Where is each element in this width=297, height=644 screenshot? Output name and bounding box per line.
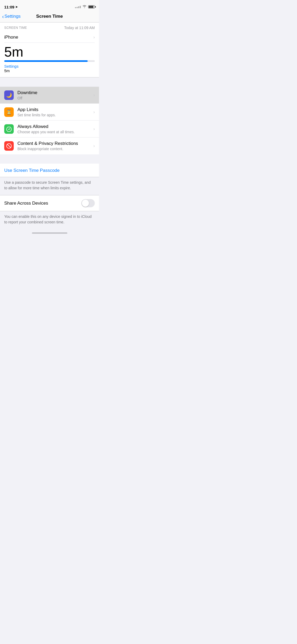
device-name: iPhone bbox=[4, 35, 18, 40]
passcode-section: Use Screen Time Passcode bbox=[0, 164, 99, 177]
home-bar bbox=[32, 232, 67, 234]
content-privacy-text: Content & Privacy Restrictions Block ina… bbox=[17, 141, 93, 151]
toggle-knob bbox=[82, 200, 89, 207]
always-allowed-text: Always Allowed Choose apps you want at a… bbox=[17, 124, 93, 134]
share-label: Share Across Devices bbox=[4, 201, 48, 206]
svg-line-1 bbox=[7, 144, 11, 148]
app-limits-chevron-icon: › bbox=[93, 110, 95, 114]
moon-icon: 🌙 bbox=[6, 92, 12, 98]
usage-bar-fill bbox=[4, 60, 88, 62]
passcode-link[interactable]: Use Screen Time Passcode bbox=[4, 164, 95, 177]
usage-category[interactable]: Settings bbox=[4, 64, 95, 68]
always-allowed-title: Always Allowed bbox=[17, 124, 93, 129]
downtime-chevron-icon: › bbox=[93, 93, 95, 98]
downtime-item[interactable]: 🌙 Downtime Off › bbox=[0, 87, 99, 104]
app-limits-title: App Limits bbox=[17, 107, 93, 112]
passcode-info-text: Use a passcode to secure Screen Time set… bbox=[4, 180, 95, 191]
today-label: Today at 11:09 AM bbox=[64, 26, 95, 30]
content-privacy-subtitle: Block inappropriate content. bbox=[17, 147, 93, 151]
page-title: Screen Time bbox=[36, 14, 63, 19]
passcode-info: Use a passcode to secure Screen Time set… bbox=[0, 177, 99, 195]
status-bar: 11:09 ➤ bbox=[0, 0, 99, 12]
downtime-icon: 🌙 bbox=[4, 90, 14, 100]
wifi-icon bbox=[82, 4, 87, 9]
battery-icon bbox=[88, 5, 95, 8]
share-info-text: You can enable this on any device signed… bbox=[4, 214, 95, 225]
home-indicator bbox=[0, 230, 99, 235]
always-allowed-subtitle: Choose apps you want at all times. bbox=[17, 130, 93, 134]
block-icon bbox=[6, 143, 12, 149]
back-button[interactable]: ‹ Settings bbox=[2, 14, 21, 19]
nav-header: ‹ Settings Screen Time bbox=[0, 12, 99, 22]
section-label: SCREEN TIME bbox=[4, 26, 27, 30]
usage-amount: 5m bbox=[4, 45, 95, 59]
app-limits-text: App Limits Set time limits for apps. bbox=[17, 107, 93, 117]
share-row: Share Across Devices bbox=[0, 195, 99, 211]
status-time: 11:09 ➤ bbox=[4, 5, 18, 9]
bottom-info: You can enable this on any device signed… bbox=[0, 211, 99, 230]
usage-duration: 5m bbox=[4, 68, 95, 73]
chevron-right-icon: › bbox=[93, 35, 95, 40]
checkmark-badge-icon bbox=[6, 126, 12, 132]
spacer-2 bbox=[0, 154, 99, 164]
app-limits-subtitle: Set time limits for apps. bbox=[17, 113, 93, 117]
always-allowed-icon bbox=[4, 124, 14, 134]
hourglass-icon: ⏳ bbox=[6, 109, 12, 115]
content-privacy-title: Content & Privacy Restrictions bbox=[17, 141, 93, 146]
app-limits-item[interactable]: ⏳ App Limits Set time limits for apps. › bbox=[0, 104, 99, 121]
share-section: Share Across Devices bbox=[0, 195, 99, 211]
spacer-1 bbox=[0, 77, 99, 87]
always-allowed-item[interactable]: Always Allowed Choose apps you want at a… bbox=[0, 121, 99, 137]
signal-icon bbox=[75, 6, 81, 8]
section-label-row: SCREEN TIME Today at 11:09 AM bbox=[4, 26, 95, 30]
location-arrow-icon: ➤ bbox=[15, 5, 18, 9]
share-toggle[interactable] bbox=[81, 199, 95, 207]
back-chevron-icon: ‹ bbox=[2, 14, 4, 19]
downtime-title: Downtime bbox=[17, 90, 93, 95]
back-label: Settings bbox=[4, 14, 21, 19]
downtime-text: Downtime Off bbox=[17, 90, 93, 100]
screen-time-section: SCREEN TIME Today at 11:09 AM iPhone › 5… bbox=[0, 22, 99, 77]
content-privacy-item[interactable]: Content & Privacy Restrictions Block ina… bbox=[0, 137, 99, 154]
always-allowed-chevron-icon: › bbox=[93, 127, 95, 131]
content-privacy-chevron-icon: › bbox=[93, 144, 95, 148]
content-privacy-icon bbox=[4, 141, 14, 151]
time-label: 11:09 bbox=[4, 5, 14, 9]
app-limits-icon: ⏳ bbox=[4, 107, 14, 117]
usage-bar bbox=[4, 60, 95, 62]
downtime-subtitle: Off bbox=[17, 96, 93, 100]
settings-list: 🌙 Downtime Off › ⏳ App Limits Set time l… bbox=[0, 87, 99, 154]
device-row[interactable]: iPhone › bbox=[4, 32, 95, 43]
status-icons bbox=[75, 4, 95, 9]
